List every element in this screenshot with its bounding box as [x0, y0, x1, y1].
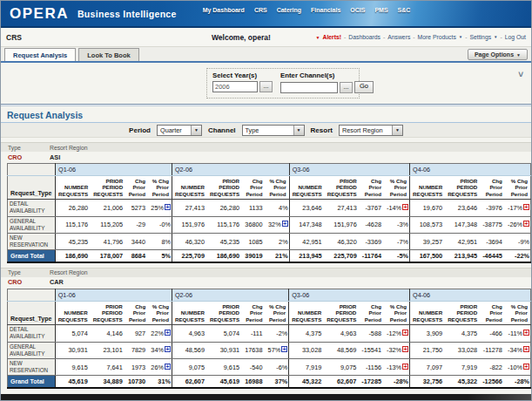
cell-prior: 4,146 — [91, 325, 125, 342]
go-button[interactable]: Go — [354, 81, 374, 93]
page-options-button[interactable]: Page Options▼ — [468, 49, 528, 60]
header-link-answers[interactable]: Answers — [387, 34, 410, 40]
cell-number: 5,074 — [55, 325, 91, 342]
cell-prior: 23,646 — [445, 200, 480, 216]
chevron-down-icon: ▼ — [459, 35, 462, 39]
measure-header: PRIOR PERIOD REQUESTS — [91, 301, 125, 324]
cell-pct: -7% — [384, 234, 410, 250]
cell-chg: -3694 — [480, 234, 505, 250]
nav-item-ocis[interactable]: OCIS — [350, 7, 365, 13]
header-link-dashboards[interactable]: Dashboards — [348, 34, 380, 40]
cell-chg: -12566 — [480, 376, 505, 388]
cell-pct: 31% — [148, 376, 172, 388]
pivot-section: TypeResort RegionCROASIQ1-06Q2-06Q3-06Q4… — [1, 142, 531, 263]
measure-header: % Chg Prior Period — [505, 301, 531, 324]
tab-request-analysis[interactable]: Request Analysis — [4, 48, 76, 61]
link-separator: - — [465, 34, 467, 40]
quarter-header-row: Q1-06Q2-06Q3-06Q4-06 — [8, 289, 531, 301]
channel-filter-label: Channel — [208, 126, 236, 134]
header-links: ▼Alerts!-Dashboards-Answers-More Product… — [316, 34, 526, 40]
quarter-header: Q4-06 — [410, 164, 531, 176]
period-select[interactable]: Quarter ▼ — [157, 125, 202, 136]
cell-pct: 21% — [266, 250, 289, 262]
chevron-down-icon: ▼ — [494, 35, 497, 39]
cell-chg: -4628 — [360, 216, 384, 233]
measure-header: NUMBER REQUESTS — [172, 301, 207, 324]
header-link-more-products[interactable]: More Products — [418, 34, 456, 40]
cell-prior: 27,413 — [325, 200, 360, 216]
cell-number: 7,097 — [410, 358, 446, 375]
cell-pct: -10%+ — [505, 358, 531, 375]
cell-chg: 1973 — [125, 358, 148, 375]
cell-chg: -822 — [480, 358, 505, 375]
change-flag-icon: + — [402, 330, 408, 336]
channel-select[interactable]: Type ▼ — [242, 125, 305, 136]
prompt-box: Select Year(s) ... Enter Channel(s) ... … — [206, 68, 360, 99]
header-link-log-out[interactable]: Log Out — [505, 34, 526, 40]
measure-header: Chg Prior Period — [360, 176, 384, 200]
measure-header: Chg Prior Period — [480, 301, 505, 324]
quarter-header: Q4-06 — [410, 289, 531, 301]
opera-logo: OPERA — [10, 5, 69, 23]
link-separator: - — [383, 34, 385, 40]
nav-item-pms[interactable]: PMS — [374, 7, 387, 13]
cell-number: 26,280 — [56, 200, 91, 216]
change-flag-icon: + — [523, 346, 529, 352]
cell-prior: 42,951 — [445, 234, 480, 250]
cro-value: CRO — [8, 153, 50, 161]
change-flag-icon: + — [523, 204, 529, 210]
measure-header: Chg Prior Period — [242, 301, 265, 324]
cell-chg: -3767 — [360, 200, 384, 216]
window-bottom-edge — [1, 394, 531, 400]
period-value: Quarter — [158, 126, 191, 134]
measure-header: % Chg Prior Period — [148, 301, 172, 324]
cell-prior: 33,028 — [445, 342, 480, 358]
year-input[interactable] — [212, 81, 258, 92]
change-flag-icon: + — [165, 346, 171, 352]
cell-chg: -3369 — [360, 234, 384, 250]
nav-item-catering[interactable]: Catering — [277, 7, 301, 13]
collapse-section-icon[interactable]: ˅ — [518, 71, 523, 78]
cell-chg: -46445 — [480, 250, 505, 262]
cell-pct: -0% — [148, 216, 172, 233]
cell-chg: 5273 — [125, 200, 148, 216]
nav-item-crs[interactable]: CRS — [254, 7, 267, 13]
top-banner: OPERA Business Intelligence My Dashboard… — [1, 1, 531, 28]
grand-total-label: Grand Total — [8, 250, 56, 262]
year-browse-button[interactable]: ... — [259, 81, 273, 92]
cell-prior: 186,690 — [207, 250, 242, 262]
cell-number: 32,756 — [410, 376, 446, 388]
header-link-alerts[interactable]: Alerts! — [323, 34, 342, 40]
header-link-settings[interactable]: Settings — [470, 34, 492, 40]
nav-item-s-c[interactable]: S&C — [398, 7, 411, 13]
channel-value: Type — [243, 126, 293, 134]
cell-pct: -32%+ — [384, 342, 410, 358]
region-value: CAR — [50, 278, 64, 286]
channel-browse-button[interactable]: ... — [340, 82, 353, 93]
nav-item-financials[interactable]: Financials — [311, 7, 340, 13]
cell-pct: -2% — [265, 325, 288, 342]
pivot-sections: TypeResort RegionCROASIQ1-06Q2-06Q3-06Q4… — [1, 142, 531, 389]
chevron-down-icon: ▼ — [191, 126, 201, 135]
cell-number: 62,607 — [172, 376, 207, 388]
measure-header: PRIOR PERIOD REQUESTS — [325, 176, 360, 200]
cell-chg: 17638 — [242, 342, 265, 358]
cell-number: 108,573 — [410, 216, 446, 233]
tab-look-to-book[interactable]: Look To Book — [78, 48, 138, 61]
change-flag-icon: + — [402, 346, 408, 352]
dashboard-content: ˅ Select Year(s) ... Enter Channel(s) ..… — [1, 68, 531, 389]
cell-chg: 3440 — [125, 234, 148, 250]
cell-chg: -38775 — [480, 216, 505, 233]
channel-input[interactable] — [280, 82, 338, 93]
cell-number: 9,615 — [55, 358, 91, 375]
view-filterbar: Period Quarter ▼ Channel Type ▼ Resort R… — [1, 123, 531, 138]
row-type-header: Request_Type — [8, 301, 56, 324]
cell-chg: 36800 — [242, 216, 266, 233]
measure-header: % Chg Prior Period — [384, 301, 410, 324]
resort-select[interactable]: Resort Region ▼ — [339, 125, 403, 136]
cell-chg: 927 — [125, 325, 148, 342]
resort-value: Resort Region — [340, 126, 392, 134]
quarter-header: Q1-06 — [55, 289, 172, 301]
nav-item-my-dashboard[interactable]: My Dashboard — [203, 7, 245, 13]
table-row: NEW RESERVATION9,6157,641197326%+9,0759,… — [8, 358, 531, 375]
